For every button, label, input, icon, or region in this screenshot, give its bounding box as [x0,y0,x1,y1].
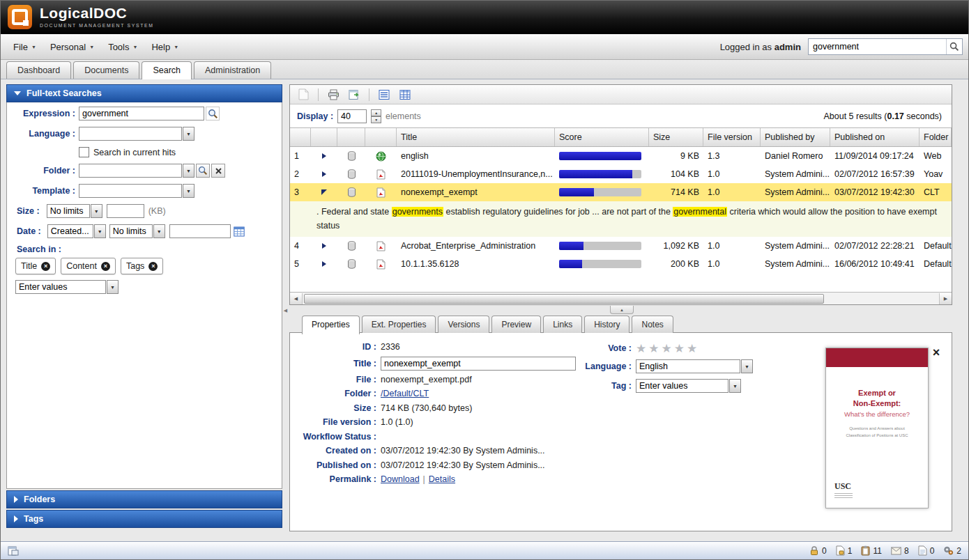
tasks-counter[interactable]: 11 [861,545,881,556]
horizontal-scrollbar[interactable]: ◀ ▶ [290,292,952,304]
col-file-version[interactable]: File version [703,128,761,146]
folder-link[interactable]: /Default/CLT [381,389,429,398]
collapse-toggle[interactable] [311,183,337,201]
col-rownum[interactable] [290,128,311,146]
search-in-values-input[interactable] [15,280,106,294]
sidebar-section-folders[interactable]: Folders [6,490,282,508]
date-field-dropdown-button[interactable]: ▼ [94,224,106,238]
result-row[interactable]: 4 Acrobat_Enterprise_Administration 1,09… [290,237,952,255]
result-title[interactable]: english [397,147,555,165]
size-value-input[interactable] [107,204,144,218]
expand-toggle[interactable] [311,255,337,273]
download-link[interactable]: Download [381,474,420,484]
remove-content-pill-icon[interactable]: × [101,262,110,271]
tab-versions[interactable]: Versions [438,316,489,333]
result-title[interactable]: 10.1.1.35.6128 [397,255,555,273]
expand-toggle[interactable] [311,147,337,165]
tab-links[interactable]: Links [543,316,582,333]
tag-dropdown-button[interactable]: ▼ [729,379,741,393]
date-operator-dropdown-button[interactable]: ▼ [153,224,165,238]
step-down-icon[interactable]: ▼ [371,116,381,123]
checkout-docs-counter[interactable]: 1 [836,545,853,556]
scroll-left-icon[interactable]: ◀ [290,293,303,304]
search-current-hits-checkbox[interactable] [79,147,89,157]
result-title[interactable]: Acrobat_Enterprise_Administration [397,237,555,255]
col-size[interactable]: Size [649,128,703,146]
menu-file[interactable]: File▼ [6,38,43,56]
sidebar-section-tags[interactable]: Tags [6,510,282,528]
grid-view-icon[interactable] [399,88,411,101]
date-value-input[interactable] [169,224,231,238]
global-search-input[interactable] [809,42,946,52]
scrollbar-thumb[interactable] [304,294,824,304]
language-input[interactable] [79,127,182,141]
list-view-icon[interactable] [378,88,390,101]
search-in-values-dropdown-button[interactable]: ▼ [107,280,119,294]
run-search-button[interactable] [206,107,220,120]
language-dropdown-button[interactable]: ▼ [741,359,753,373]
result-title[interactable]: 20111019-UnemploymentInsurance,n... [397,165,555,183]
col-score[interactable]: Score [555,128,649,146]
versions-button[interactable] [337,165,365,183]
versions-button[interactable] [337,147,365,165]
tab-search[interactable]: Search [142,61,192,79]
export-icon[interactable] [348,88,360,101]
folder-search-button[interactable] [196,164,210,178]
size-operator-dropdown-button[interactable]: ▼ [91,204,102,218]
col-title[interactable]: Title [397,128,555,146]
tab-administration[interactable]: Administration [194,61,271,79]
versions-button[interactable] [337,255,365,273]
events-counter[interactable]: 2 [943,545,961,556]
result-row[interactable]: 1 english 9 KB 1.3 Daniel Romero 11/09/2… [290,147,952,165]
col-filetype[interactable] [365,128,397,146]
remove-title-pill-icon[interactable]: × [41,262,50,271]
col-published-on[interactable]: Published on [830,128,920,146]
expand-toggle[interactable] [311,237,337,255]
language-dropdown-button[interactable]: ▼ [183,127,194,141]
tab-dashboard[interactable]: Dashboard [6,61,71,79]
versions-button[interactable] [337,183,365,201]
tab-ext-properties[interactable]: Ext. Properties [362,316,436,333]
tab-preview[interactable]: Preview [491,316,541,333]
folder-clear-button[interactable] [211,164,225,178]
col-published-by[interactable]: Published by [761,128,830,146]
menu-tools[interactable]: Tools▼ [101,38,144,56]
document-thumbnail[interactable]: Exempt or Non-Exempt: What's the differe… [825,348,929,508]
language-select-input[interactable] [636,359,740,373]
template-dropdown-button[interactable]: ▼ [183,184,194,198]
result-row[interactable]: 2 20111019-UnemploymentInsurance,n... 10… [290,165,952,183]
menu-help[interactable]: Help▼ [144,38,185,56]
tag-input[interactable] [636,379,728,393]
template-input[interactable] [79,184,182,198]
search-icon[interactable] [946,39,962,54]
tab-documents[interactable]: Documents [73,61,139,79]
result-row-selected[interactable]: 3 nonexempt_exempt 714 KB 1.0 System Adm… [290,183,952,201]
scroll-right-icon[interactable]: ▶ [939,293,952,304]
col-expand[interactable] [311,128,337,146]
col-versions[interactable] [337,128,365,146]
vote-stars[interactable]: ★★★★★ [636,341,699,356]
display-count-stepper[interactable]: ▲ ▼ [371,109,381,123]
display-count-input[interactable] [337,109,367,123]
save-results-icon[interactable] [297,88,310,101]
date-field-input[interactable] [47,224,93,238]
tab-notes[interactable]: Notes [632,316,673,333]
workflow-counter[interactable]: 0 [918,545,935,556]
title-input[interactable] [381,357,576,371]
tab-properties[interactable]: Properties [302,316,360,334]
calendar-icon[interactable] [234,226,245,237]
fulltext-searches-header[interactable]: Full-text Searches [6,84,282,102]
expand-toggle[interactable] [311,165,337,183]
result-row[interactable]: 5 10.1.1.35.6128 200 KB 1.0 System Admin… [290,255,952,273]
details-link[interactable]: Details [429,474,455,484]
versions-button[interactable] [337,237,365,255]
step-up-icon[interactable]: ▲ [371,109,381,116]
menu-personal[interactable]: Personal▼ [43,38,101,56]
detail-panel-collapse-handle[interactable]: ▲ [610,306,634,314]
locked-docs-counter[interactable]: 0 [809,545,827,556]
messages-counter[interactable]: 8 [891,546,909,556]
folder-dropdown-button[interactable]: ▼ [183,164,194,178]
col-folder[interactable]: Folder [920,128,952,146]
size-operator-input[interactable] [47,204,90,218]
folder-input[interactable] [79,164,182,178]
